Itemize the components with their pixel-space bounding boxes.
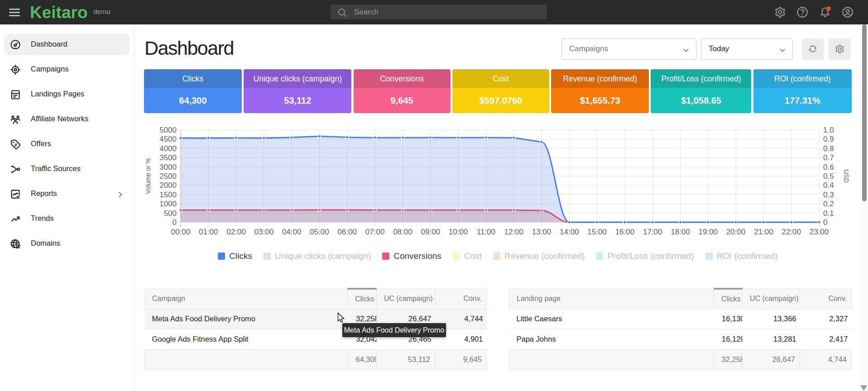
svg-text:500: 500	[164, 209, 177, 218]
svg-text:20:00: 20:00	[726, 228, 746, 236]
svg-text:0.3: 0.3	[823, 191, 834, 199]
svg-text:1500: 1500	[159, 191, 177, 199]
svg-text:09:00: 09:00	[421, 228, 440, 236]
svg-text:1.0: 1.0	[823, 126, 834, 134]
svg-text:15:00: 15:00	[587, 228, 607, 236]
svg-text:03:00: 03:00	[254, 228, 274, 236]
svg-text:22:00: 22:00	[782, 228, 801, 236]
svg-text:19:00: 19:00	[699, 228, 718, 236]
svg-text:23:00: 23:00	[810, 228, 829, 236]
svg-text:3000: 3000	[159, 163, 177, 172]
svg-text:0.8: 0.8	[823, 144, 834, 153]
svg-text:17:00: 17:00	[643, 228, 662, 236]
svg-text:0.6: 0.6	[823, 163, 834, 172]
svg-text:0.9: 0.9	[823, 135, 834, 143]
svg-text:00:00: 00:00	[171, 228, 191, 236]
svg-text:4500: 4500	[159, 135, 177, 143]
svg-text:2000: 2000	[159, 181, 177, 190]
svg-text:05:00: 05:00	[310, 228, 329, 236]
svg-text:0.4: 0.4	[823, 181, 834, 190]
svg-text:0.2: 0.2	[823, 200, 834, 208]
svg-text:0: 0	[823, 218, 827, 227]
svg-text:14:00: 14:00	[560, 228, 579, 236]
svg-text:06:00: 06:00	[338, 228, 357, 236]
svg-text:13:00: 13:00	[532, 228, 551, 236]
svg-text:Volume or %: Volume or %	[144, 158, 152, 194]
svg-text:12:00: 12:00	[504, 228, 523, 236]
svg-text:07:00: 07:00	[365, 228, 385, 236]
svg-text:0.7: 0.7	[823, 153, 834, 162]
svg-text:16:00: 16:00	[615, 228, 635, 236]
svg-text:02:00: 02:00	[226, 228, 246, 236]
svg-text:11:00: 11:00	[477, 228, 495, 236]
svg-text:USD: USD	[843, 169, 850, 183]
svg-text:0.5: 0.5	[823, 172, 834, 181]
svg-text:18:00: 18:00	[671, 228, 690, 236]
svg-text:2500: 2500	[159, 172, 177, 181]
svg-text:21:00: 21:00	[754, 228, 773, 236]
svg-text:1000: 1000	[159, 200, 177, 208]
svg-text:0: 0	[173, 218, 177, 227]
svg-text:01:00: 01:00	[199, 228, 218, 236]
svg-text:3500: 3500	[159, 153, 177, 162]
svg-text:4000: 4000	[159, 144, 177, 153]
svg-text:10:00: 10:00	[449, 228, 468, 236]
svg-text:5000: 5000	[159, 126, 177, 134]
svg-text:0.1: 0.1	[823, 209, 834, 218]
svg-text:08:00: 08:00	[393, 228, 412, 236]
svg-text:04:00: 04:00	[282, 228, 302, 236]
